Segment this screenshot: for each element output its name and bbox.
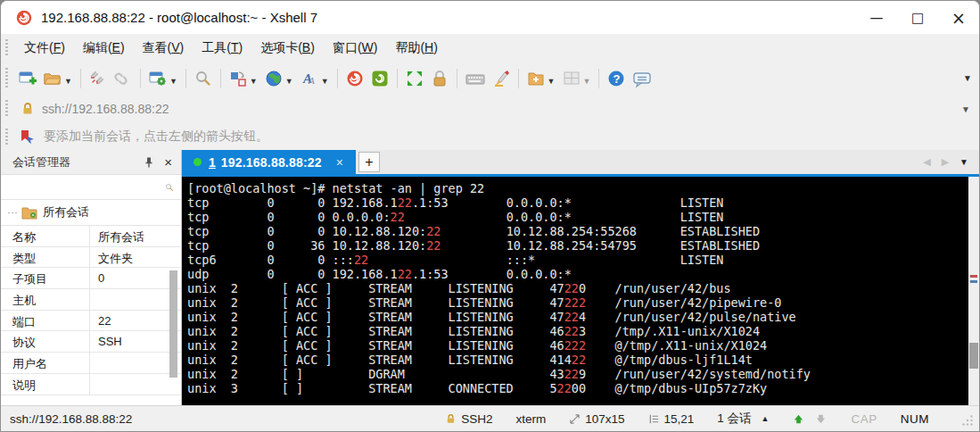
search-icon[interactable] [165, 180, 174, 195]
property-row[interactable]: 说明 [1, 374, 181, 395]
scrollbar-marker [970, 275, 977, 278]
session-search-box[interactable] [1, 175, 181, 200]
property-row[interactable]: 子项目0 [1, 268, 181, 289]
property-row[interactable]: 类型文件夹 [1, 247, 181, 269]
terminal-line: unix 2 [ ACC ] STREAM LISTENING 46223 /t… [187, 324, 979, 338]
open-session-button[interactable]: ▼ [40, 66, 76, 91]
property-row[interactable]: 用户名 [1, 353, 181, 374]
session-list-caret[interactable]: ▲ [762, 414, 770, 423]
tab-list-caret[interactable]: ▼ [959, 157, 968, 167]
close-button[interactable]: × [938, 1, 979, 34]
address-url[interactable]: ssh://192.168.88.88:22 [42, 102, 169, 116]
minimize-button[interactable]: — [856, 1, 897, 34]
terminal-line: unix 2 [ ACC ] STREAM LISTENING 47222 /r… [187, 295, 979, 310]
fullscreen-button[interactable] [402, 66, 427, 91]
terminal-line: udp 0 0 192.168.122.1:53 0.0.0.0:* [187, 267, 979, 281]
status-terminal-type[interactable]: xterm [515, 412, 546, 426]
address-bar[interactable]: ssh://192.168.88.88:22 ▼ [1, 95, 979, 123]
menu-view[interactable]: 查看(V) [134, 37, 194, 60]
menu-edit[interactable]: 编辑(E) [74, 37, 134, 60]
tab-close-icon[interactable]: × [336, 155, 343, 170]
xshell-button[interactable] [342, 66, 367, 91]
terminal-line: tcp 0 0 192.168.122.1:53 0.0.0.0:* LISTE… [187, 195, 979, 210]
cursor-position-icon [648, 413, 660, 425]
scroll-top-icon[interactable] [792, 412, 805, 426]
terminal-line: unix 2 [ ] DGRAM 43229 /run/user/42/syst… [187, 367, 979, 381]
pin-panel-button[interactable] [143, 156, 155, 169]
new-session-button[interactable] [15, 66, 40, 91]
search-icon [194, 69, 213, 88]
session-properties-button[interactable]: ▼ [145, 66, 181, 91]
highlight-pen-button[interactable] [489, 66, 514, 91]
arrange-transfer-button[interactable]: ▼ [226, 66, 261, 91]
terminal-text[interactable]: [root@localhost ~]# netstat -an | grep 2… [182, 177, 979, 395]
scrollbar-marker [970, 280, 977, 283]
status-session-count[interactable]: 1 会话 ▲ [717, 411, 769, 427]
terminal[interactable]: [root@localhost ~]# netstat -an | grep 2… [182, 177, 979, 405]
terminal-scrollbar-thumb[interactable] [969, 343, 978, 369]
menu-bar-grip[interactable] [5, 39, 8, 56]
sidebar-scrollbar[interactable] [169, 251, 178, 432]
info-bar-grip[interactable] [5, 129, 8, 145]
menu-tab[interactable]: 选项卡(B) [251, 37, 324, 60]
address-dropdown-caret[interactable]: ▼ [961, 104, 970, 114]
menu-tools[interactable]: 工具(T) [193, 37, 251, 60]
session-tree: 所有会话 [1, 200, 181, 225]
reconnect-button[interactable] [111, 66, 136, 91]
sidebar-scrollbar-thumb[interactable] [169, 270, 177, 378]
close-panel-button[interactable]: × [161, 154, 176, 170]
window-title: 192.168.88.88:22 - root@localhost:~ - Xs… [41, 10, 317, 25]
terminal-scrollbar[interactable] [968, 177, 979, 405]
address-bar-grip[interactable] [5, 100, 8, 117]
tile-windows-button[interactable]: ▼ [559, 66, 595, 91]
fullscreen-icon [405, 69, 424, 88]
tab-session-1[interactable]: 1 192.168.88.88:22 × [182, 150, 356, 174]
xftp-icon [370, 69, 390, 88]
scroll-tabs-left-icon[interactable]: ◀ [923, 156, 930, 168]
toolbar-overflow-caret[interactable]: ▼ [963, 73, 972, 83]
find-button[interactable] [191, 66, 216, 91]
web-browser-button[interactable]: ▼ [261, 66, 297, 91]
help-button[interactable]: ? [604, 66, 629, 91]
new-tab-button[interactable]: + [358, 152, 380, 172]
property-row[interactable]: 名称所有会话 [1, 226, 181, 247]
property-row[interactable]: 端口22 [1, 311, 181, 332]
menu-window[interactable]: 窗口(W) [324, 37, 387, 60]
xftp-button[interactable] [367, 66, 392, 91]
toolbar-grip[interactable] [5, 68, 8, 87]
property-row[interactable]: 协议SSH [1, 331, 181, 353]
toolbar-separator [457, 69, 457, 88]
property-row[interactable]: 主机 [1, 289, 181, 311]
session-manager-title: 会话管理器 [12, 154, 70, 170]
tree-item-all-sessions[interactable]: 所有会话 [43, 204, 89, 220]
maximize-button[interactable]: □ [897, 1, 938, 34]
new-session-folder-button[interactable]: ▼ [523, 66, 559, 91]
session-search-input[interactable] [8, 180, 165, 194]
caps-lock-indicator: CAP [851, 412, 877, 426]
highlighter-icon [491, 69, 511, 88]
virtual-keyboard-button[interactable] [462, 66, 489, 91]
send-feedback-button[interactable] [629, 66, 655, 91]
scroll-tabs-right-icon[interactable]: ▶ [942, 156, 949, 168]
svg-text:A: A [308, 75, 315, 86]
title-bar: 192.168.88.88:22 - root@localhost:~ - Xs… [1, 1, 979, 34]
resize-grip[interactable] [961, 414, 974, 427]
property-value: 所有会话 [90, 226, 181, 246]
status-bar: ssh://192.168.88.88:22 SSH2 xterm 107x15… [1, 405, 979, 431]
chat-bubble-icon [631, 69, 653, 88]
terminal-line: tcp 0 0 10.12.88.120:22 10.12.88.254:552… [187, 224, 979, 238]
toolbar-separator [337, 69, 338, 88]
menu-file[interactable]: 文件(F) [15, 37, 74, 60]
lock-screen-button[interactable] [427, 66, 452, 91]
xshell-logo-icon [15, 9, 33, 27]
property-label: 类型 [1, 247, 90, 268]
tab-label: 192.168.88.88:22 [221, 155, 322, 170]
menu-help[interactable]: 帮助(H) [386, 37, 446, 60]
disconnect-button[interactable] [86, 66, 111, 91]
font-button[interactable]: AA▼ [297, 66, 333, 91]
property-label: 协议 [1, 331, 90, 352]
status-url: ssh://192.168.88.88:22 [10, 412, 132, 426]
scroll-bottom-icon[interactable] [814, 412, 828, 426]
property-label: 端口 [1, 311, 90, 331]
cursor-position-label: 15,21 [664, 412, 695, 426]
